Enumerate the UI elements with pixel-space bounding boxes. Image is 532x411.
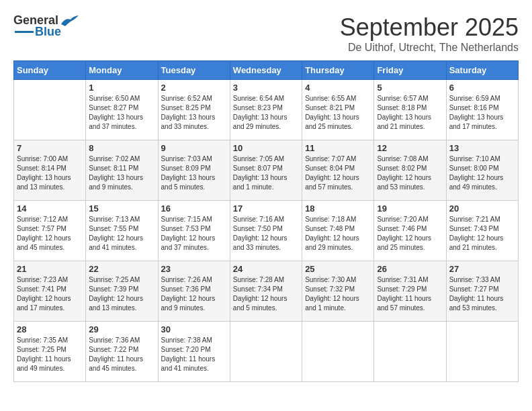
calendar-day-header: Sunday xyxy=(14,61,86,80)
day-number: 7 xyxy=(17,143,83,153)
day-number: 1 xyxy=(89,83,154,93)
calendar-cell: 20Sunrise: 7:21 AM Sunset: 7:43 PM Dayli… xyxy=(446,201,518,261)
day-number: 24 xyxy=(233,264,299,274)
day-info: Sunrise: 7:18 AM Sunset: 7:48 PM Dayligh… xyxy=(305,215,371,253)
day-number: 13 xyxy=(449,143,515,153)
day-info: Sunrise: 7:16 AM Sunset: 7:50 PM Dayligh… xyxy=(233,215,299,253)
logo-blue-text: Blue xyxy=(35,25,61,39)
calendar-cell: 28Sunrise: 7:35 AM Sunset: 7:25 PM Dayli… xyxy=(14,322,86,382)
day-number: 5 xyxy=(377,83,443,93)
day-number: 21 xyxy=(17,264,83,274)
day-number: 2 xyxy=(161,83,227,93)
calendar-day-header: Saturday xyxy=(446,61,518,80)
logo-bird-icon xyxy=(60,14,79,28)
day-info: Sunrise: 7:23 AM Sunset: 7:41 PM Dayligh… xyxy=(17,275,83,313)
day-number: 26 xyxy=(377,264,443,274)
calendar-cell: 10Sunrise: 7:05 AM Sunset: 8:07 PM Dayli… xyxy=(230,140,302,201)
day-info: Sunrise: 7:26 AM Sunset: 7:36 PM Dayligh… xyxy=(161,275,227,313)
calendar-cell: 7Sunrise: 7:00 AM Sunset: 8:14 PM Daylig… xyxy=(14,140,86,201)
day-info: Sunrise: 7:05 AM Sunset: 8:07 PM Dayligh… xyxy=(233,154,299,192)
location-title: De Uithof, Utrecht, The Netherlands xyxy=(340,42,519,54)
calendar-cell: 12Sunrise: 7:08 AM Sunset: 8:02 PM Dayli… xyxy=(374,140,446,201)
calendar-week-row: 21Sunrise: 7:23 AM Sunset: 7:41 PM Dayli… xyxy=(14,261,519,322)
day-number: 3 xyxy=(233,83,299,93)
calendar-cell: 9Sunrise: 7:03 AM Sunset: 8:09 PM Daylig… xyxy=(158,140,230,201)
calendar-day-header: Friday xyxy=(374,61,446,80)
calendar-cell: 17Sunrise: 7:16 AM Sunset: 7:50 PM Dayli… xyxy=(230,201,302,261)
calendar-week-row: 7Sunrise: 7:00 AM Sunset: 8:14 PM Daylig… xyxy=(14,140,519,201)
calendar-cell: 16Sunrise: 7:15 AM Sunset: 7:53 PM Dayli… xyxy=(158,201,230,261)
day-number: 4 xyxy=(305,83,371,93)
calendar-table: SundayMondayTuesdayWednesdayThursdayFrid… xyxy=(13,60,519,382)
day-number: 22 xyxy=(89,264,154,274)
calendar-cell: 27Sunrise: 7:33 AM Sunset: 7:27 PM Dayli… xyxy=(446,261,518,322)
day-number: 19 xyxy=(377,203,443,214)
day-number: 25 xyxy=(305,264,371,274)
day-number: 23 xyxy=(161,264,227,274)
calendar-cell: 23Sunrise: 7:26 AM Sunset: 7:36 PM Dayli… xyxy=(158,261,230,322)
calendar-cell: 24Sunrise: 7:28 AM Sunset: 7:34 PM Dayli… xyxy=(230,261,302,322)
day-info: Sunrise: 7:20 AM Sunset: 7:46 PM Dayligh… xyxy=(377,215,443,253)
day-number: 18 xyxy=(305,203,371,214)
calendar-day-header: Wednesday xyxy=(230,61,302,80)
page-header: General Blue September 2025 De Uithof, U… xyxy=(13,13,519,54)
calendar-cell: 25Sunrise: 7:30 AM Sunset: 7:32 PM Dayli… xyxy=(302,261,374,322)
logo: General Blue xyxy=(13,13,79,39)
calendar-cell: 1Sunrise: 6:50 AM Sunset: 8:27 PM Daylig… xyxy=(86,80,158,140)
day-info: Sunrise: 6:57 AM Sunset: 8:18 PM Dayligh… xyxy=(377,94,443,132)
day-info: Sunrise: 6:54 AM Sunset: 8:23 PM Dayligh… xyxy=(233,94,299,132)
calendar-cell: 13Sunrise: 7:10 AM Sunset: 8:00 PM Dayli… xyxy=(446,140,518,201)
calendar-day-header: Monday xyxy=(86,61,158,80)
day-number: 12 xyxy=(377,143,443,153)
calendar-cell xyxy=(446,322,518,382)
day-number: 14 xyxy=(17,203,83,214)
day-number: 9 xyxy=(161,143,227,153)
day-info: Sunrise: 7:08 AM Sunset: 8:02 PM Dayligh… xyxy=(377,154,443,192)
calendar-cell xyxy=(14,80,86,140)
calendar-cell xyxy=(230,322,302,382)
calendar-cell: 29Sunrise: 7:36 AM Sunset: 7:22 PM Dayli… xyxy=(86,322,158,382)
calendar-cell: 26Sunrise: 7:31 AM Sunset: 7:29 PM Dayli… xyxy=(374,261,446,322)
calendar-day-header: Tuesday xyxy=(158,61,230,80)
calendar-week-row: 1Sunrise: 6:50 AM Sunset: 8:27 PM Daylig… xyxy=(14,80,519,140)
day-info: Sunrise: 7:31 AM Sunset: 7:29 PM Dayligh… xyxy=(377,275,443,313)
calendar-cell: 4Sunrise: 6:55 AM Sunset: 8:21 PM Daylig… xyxy=(302,80,374,140)
day-info: Sunrise: 6:52 AM Sunset: 8:25 PM Dayligh… xyxy=(161,94,227,132)
day-info: Sunrise: 7:21 AM Sunset: 7:43 PM Dayligh… xyxy=(449,215,515,253)
day-info: Sunrise: 6:59 AM Sunset: 8:16 PM Dayligh… xyxy=(449,94,515,132)
calendar-cell: 14Sunrise: 7:12 AM Sunset: 7:57 PM Dayli… xyxy=(14,201,86,261)
day-number: 27 xyxy=(449,264,515,274)
day-info: Sunrise: 7:36 AM Sunset: 7:22 PM Dayligh… xyxy=(89,336,154,373)
day-number: 11 xyxy=(305,143,371,153)
day-info: Sunrise: 7:35 AM Sunset: 7:25 PM Dayligh… xyxy=(17,336,83,373)
day-info: Sunrise: 6:50 AM Sunset: 8:27 PM Dayligh… xyxy=(89,94,154,132)
calendar-cell: 2Sunrise: 6:52 AM Sunset: 8:25 PM Daylig… xyxy=(158,80,230,140)
calendar-cell: 19Sunrise: 7:20 AM Sunset: 7:46 PM Dayli… xyxy=(374,201,446,261)
calendar-cell: 3Sunrise: 6:54 AM Sunset: 8:23 PM Daylig… xyxy=(230,80,302,140)
day-info: Sunrise: 7:28 AM Sunset: 7:34 PM Dayligh… xyxy=(233,275,299,313)
day-number: 15 xyxy=(89,203,154,214)
day-info: Sunrise: 7:30 AM Sunset: 7:32 PM Dayligh… xyxy=(305,275,371,313)
day-info: Sunrise: 7:13 AM Sunset: 7:55 PM Dayligh… xyxy=(89,215,154,253)
calendar-cell: 8Sunrise: 7:02 AM Sunset: 8:11 PM Daylig… xyxy=(86,140,158,201)
day-number: 17 xyxy=(233,203,299,214)
day-info: Sunrise: 6:55 AM Sunset: 8:21 PM Dayligh… xyxy=(305,94,371,132)
calendar-week-row: 14Sunrise: 7:12 AM Sunset: 7:57 PM Dayli… xyxy=(14,201,519,261)
title-section: September 2025 De Uithof, Utrecht, The N… xyxy=(340,13,519,54)
day-info: Sunrise: 7:33 AM Sunset: 7:27 PM Dayligh… xyxy=(449,275,515,313)
day-info: Sunrise: 7:07 AM Sunset: 8:04 PM Dayligh… xyxy=(305,154,371,192)
day-number: 20 xyxy=(449,203,515,214)
calendar-week-row: 28Sunrise: 7:35 AM Sunset: 7:25 PM Dayli… xyxy=(14,322,519,382)
calendar-cell: 22Sunrise: 7:25 AM Sunset: 7:39 PM Dayli… xyxy=(86,261,158,322)
day-number: 8 xyxy=(89,143,154,153)
day-info: Sunrise: 7:12 AM Sunset: 7:57 PM Dayligh… xyxy=(17,215,83,253)
calendar-cell: 21Sunrise: 7:23 AM Sunset: 7:41 PM Dayli… xyxy=(14,261,86,322)
calendar-cell: 15Sunrise: 7:13 AM Sunset: 7:55 PM Dayli… xyxy=(86,201,158,261)
day-info: Sunrise: 7:03 AM Sunset: 8:09 PM Dayligh… xyxy=(161,154,227,192)
day-number: 10 xyxy=(233,143,299,153)
calendar-cell: 18Sunrise: 7:18 AM Sunset: 7:48 PM Dayli… xyxy=(302,201,374,261)
day-number: 6 xyxy=(449,83,515,93)
month-title: September 2025 xyxy=(340,13,519,42)
calendar-cell: 30Sunrise: 7:38 AM Sunset: 7:20 PM Dayli… xyxy=(158,322,230,382)
calendar-cell xyxy=(302,322,374,382)
